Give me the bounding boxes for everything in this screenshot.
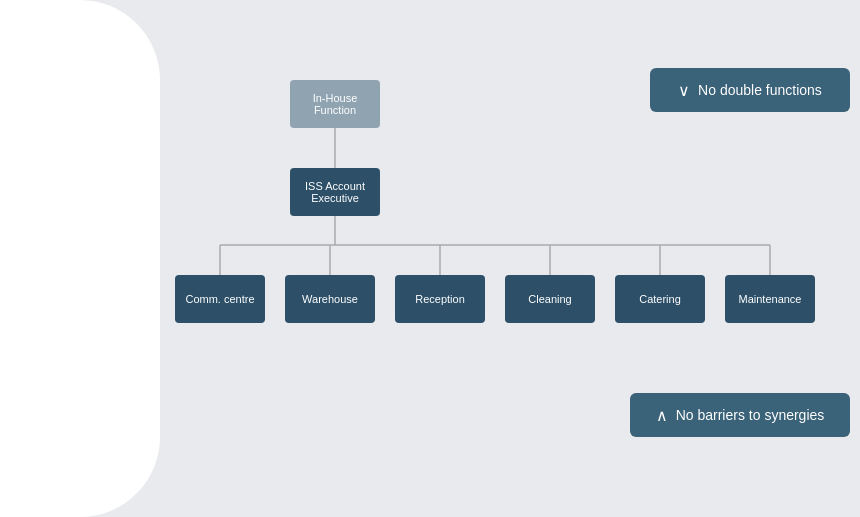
reception-label: Reception (415, 293, 465, 305)
node-comm-centre: Comm. centre (175, 275, 265, 323)
cleaning-label: Cleaning (528, 293, 571, 305)
catering-label: Catering (639, 293, 681, 305)
node-maintenance: Maintenance (725, 275, 815, 323)
node-cleaning: Cleaning (505, 275, 595, 323)
comm-label: Comm. centre (185, 293, 254, 305)
node-inhouse: In-HouseFunction (290, 80, 380, 128)
node-warehouse: Warehouse (285, 275, 375, 323)
node-catering: Catering (615, 275, 705, 323)
iss-label: ISS AccountExecutive (305, 180, 365, 204)
maintenance-label: Maintenance (739, 293, 802, 305)
warehouse-label: Warehouse (302, 293, 358, 305)
org-lines-svg (160, 60, 840, 457)
node-iss: ISS AccountExecutive (290, 168, 380, 216)
org-chart: In-HouseFunction ISS AccountExecutive Co… (160, 60, 840, 457)
page-container: ∨ No double functions ∧ No barriers to s… (0, 0, 860, 517)
node-reception: Reception (395, 275, 485, 323)
main-content: ∨ No double functions ∧ No barriers to s… (0, 0, 860, 517)
inhouse-label: In-HouseFunction (313, 92, 358, 116)
